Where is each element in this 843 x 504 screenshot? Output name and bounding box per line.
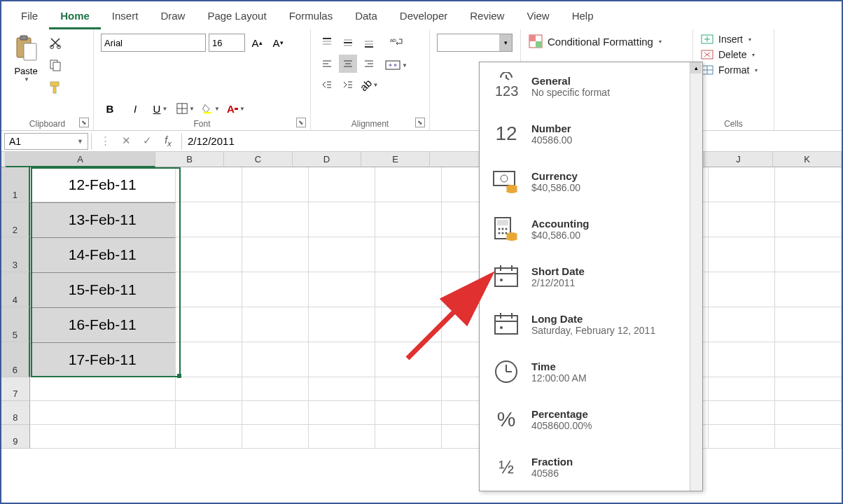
font-color-button[interactable]: A ▼ <box>227 99 245 118</box>
column-header[interactable]: J <box>704 152 773 167</box>
ribbon-tab-page-layout[interactable]: Page Layout <box>196 6 277 29</box>
cell[interactable] <box>176 342 242 377</box>
cell[interactable] <box>176 425 242 449</box>
cell[interactable] <box>375 272 442 307</box>
font-name-select[interactable] <box>101 34 206 52</box>
cell[interactable] <box>375 167 442 202</box>
cell[interactable] <box>709 272 775 307</box>
cell[interactable] <box>309 401 375 425</box>
row-header[interactable]: 2 <box>1 202 30 237</box>
scroll-up-button[interactable]: ▴ <box>690 62 702 74</box>
cell[interactable] <box>242 272 309 307</box>
cell[interactable] <box>30 377 176 401</box>
cut-button[interactable] <box>46 34 64 52</box>
cell[interactable] <box>775 237 842 272</box>
cell[interactable] <box>709 237 775 272</box>
enter-formula-button[interactable]: ✓ <box>139 134 155 148</box>
column-header[interactable]: E <box>361 152 430 167</box>
row-header[interactable]: 6 <box>1 342 30 377</box>
cell[interactable] <box>242 425 309 449</box>
borders-button[interactable]: ▼ <box>176 99 195 118</box>
ribbon-tab-insert[interactable]: Insert <box>101 6 150 29</box>
cell[interactable] <box>775 202 842 237</box>
cell[interactable]: 17-Feb-11 <box>30 342 176 377</box>
name-box[interactable]: A1 ▼ <box>4 133 88 150</box>
cell[interactable]: 12-Feb-11 <box>30 167 176 202</box>
number-format-option-short-date[interactable]: Short Date2/12/2011 <box>480 253 702 300</box>
cell[interactable] <box>309 237 375 272</box>
number-format-option-currency[interactable]: Currency$40,586.00 <box>480 158 702 205</box>
format-cells-button[interactable]: Format▾ <box>700 64 767 76</box>
cell[interactable] <box>242 167 309 202</box>
cell[interactable] <box>775 342 842 377</box>
number-format-option-fraction[interactable]: ½Fraction40586 <box>480 443 702 491</box>
row-header[interactable]: 8 <box>1 401 30 425</box>
cell[interactable] <box>309 167 375 202</box>
cell[interactable] <box>309 377 375 401</box>
cell[interactable] <box>242 342 309 377</box>
number-format-option-time[interactable]: Time12:00:00 AM <box>480 348 702 396</box>
cell[interactable] <box>375 307 442 342</box>
number-format-option-percentage[interactable]: %Percentage4058600.00% <box>480 396 702 443</box>
cell[interactable] <box>309 425 375 449</box>
decrease-indent-button[interactable] <box>318 76 336 94</box>
cell[interactable] <box>242 202 309 237</box>
underline-button[interactable]: U▼ <box>151 99 169 118</box>
cell[interactable] <box>375 342 442 377</box>
merge-center-button[interactable]: ▼ <box>382 56 410 74</box>
cell[interactable]: 15-Feb-11 <box>30 272 176 307</box>
conditional-formatting-button[interactable]: Conditional Formatting ▾ <box>528 34 685 49</box>
cell[interactable] <box>375 237 442 272</box>
cell[interactable] <box>709 202 775 237</box>
ribbon-tab-file[interactable]: File <box>10 6 49 29</box>
cell[interactable] <box>775 307 842 342</box>
increase-font-size-button[interactable]: A▴ <box>248 34 266 52</box>
wrap-text-button[interactable]: ab <box>382 34 410 52</box>
cell[interactable] <box>375 202 442 237</box>
column-header[interactable]: D <box>293 152 361 167</box>
ribbon-tab-help[interactable]: Help <box>561 6 605 29</box>
increase-indent-button[interactable] <box>339 76 357 94</box>
cell[interactable] <box>309 342 375 377</box>
cell[interactable] <box>176 167 242 202</box>
cell[interactable]: 16-Feb-11 <box>30 307 176 342</box>
align-middle-button[interactable] <box>339 34 357 52</box>
ribbon-tab-formulas[interactable]: Formulas <box>278 6 344 29</box>
cell[interactable] <box>176 307 242 342</box>
ribbon-tab-home[interactable]: Home <box>49 6 101 29</box>
ribbon-tab-review[interactable]: Review <box>459 6 515 29</box>
cell[interactable] <box>709 167 775 202</box>
cell[interactable] <box>242 237 309 272</box>
insert-cells-button[interactable]: Insert▾ <box>700 34 767 45</box>
cell[interactable] <box>176 377 242 401</box>
cell[interactable] <box>176 202 242 237</box>
delete-cells-button[interactable]: Delete▾ <box>700 49 767 60</box>
number-format-option-accounting[interactable]: Accounting $40,586.00 <box>480 205 702 253</box>
row-header[interactable]: 5 <box>1 307 30 342</box>
copy-button[interactable] <box>46 56 64 74</box>
cell[interactable] <box>309 307 375 342</box>
cancel-formula-button[interactable]: ✕ <box>118 134 134 148</box>
align-bottom-button[interactable] <box>360 34 378 52</box>
cell[interactable] <box>375 377 442 401</box>
cell[interactable]: 14-Feb-11 <box>30 237 176 272</box>
cell[interactable] <box>375 401 442 425</box>
row-header[interactable]: 1 <box>1 167 30 202</box>
cell[interactable] <box>176 272 242 307</box>
row-header[interactable]: 3 <box>1 237 30 272</box>
scrollbar[interactable]: ▴ <box>690 62 702 491</box>
cell[interactable] <box>242 307 309 342</box>
column-header[interactable]: B <box>155 152 224 167</box>
align-center-button[interactable] <box>339 55 357 73</box>
dialog-launcher-icon[interactable]: ⬊ <box>79 118 89 127</box>
cell[interactable] <box>242 377 309 401</box>
ribbon-tab-developer[interactable]: Developer <box>389 6 459 29</box>
cell[interactable]: 13-Feb-11 <box>30 202 176 237</box>
cell[interactable] <box>709 377 775 401</box>
row-header[interactable]: 4 <box>1 272 30 307</box>
align-top-button[interactable] <box>318 34 336 52</box>
cell[interactable] <box>775 272 842 307</box>
cell[interactable] <box>176 401 242 425</box>
cell[interactable] <box>375 425 442 449</box>
cell[interactable] <box>176 237 242 272</box>
